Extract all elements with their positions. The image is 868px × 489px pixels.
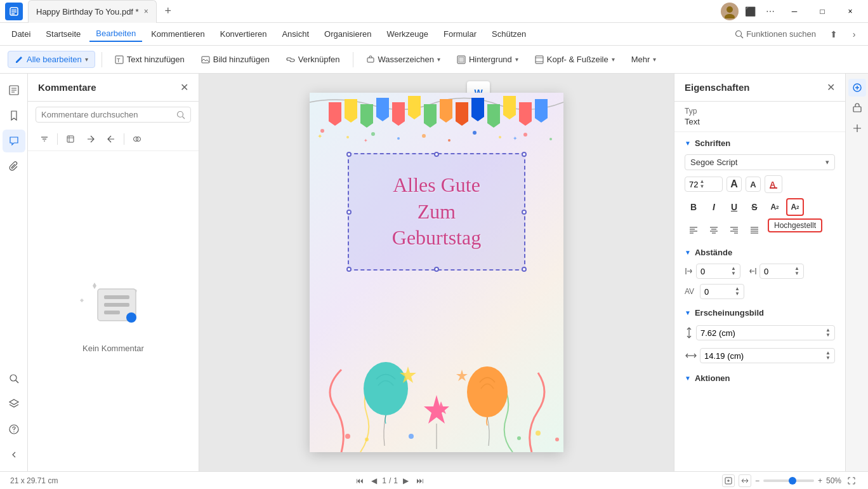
wasserzeichen-button[interactable]: Wasserzeichen ▾ xyxy=(360,51,447,67)
indent-left-spinner[interactable]: ▲ ▼ xyxy=(731,266,736,276)
menu-konvertieren[interactable]: Konvertieren xyxy=(214,27,273,41)
kopf-fusszeile-button[interactable]: Kopf- & Fußzeile ▾ xyxy=(529,51,621,67)
next-page-button[interactable]: ▶ xyxy=(400,476,411,485)
font-color-button[interactable]: A xyxy=(765,175,782,193)
menu-organisieren[interactable]: Organisieren xyxy=(318,27,378,41)
fonts-section-header[interactable]: ▼ Schriften xyxy=(674,132,845,152)
upload-icon[interactable]: ⬆ xyxy=(825,25,843,43)
comment-search-input[interactable] xyxy=(41,110,173,119)
zoom-thumb[interactable] xyxy=(789,477,796,485)
zoom-slider[interactable] xyxy=(763,479,814,482)
superscript-button[interactable]: A2 xyxy=(766,198,784,216)
comment-search-bar[interactable] xyxy=(36,107,191,123)
far-right-btn-3[interactable] xyxy=(848,119,866,137)
function-search[interactable]: Funktionen suchen xyxy=(728,27,822,41)
av-input[interactable]: 0 ▲ ▼ xyxy=(700,284,744,299)
spacing-section-header[interactable]: ▼ Abstände xyxy=(674,241,845,261)
underline-button[interactable]: U xyxy=(725,198,743,216)
bild-hinzufuegen-button[interactable]: Bild hinzufügen xyxy=(195,51,276,67)
font-size-spinner[interactable]: ▲ ▼ xyxy=(699,179,704,189)
filter-btn-3[interactable] xyxy=(102,130,120,148)
font-size-increase-button[interactable]: A xyxy=(727,177,742,192)
menu-ansicht[interactable]: Ansicht xyxy=(275,27,315,41)
new-tab-button[interactable]: + xyxy=(159,3,177,20)
menu-kommentieren[interactable]: Kommentieren xyxy=(145,27,211,41)
three-dots-menu[interactable]: ⋯ xyxy=(761,3,779,20)
svg-point-60 xyxy=(473,131,477,135)
far-right-btn-1[interactable] xyxy=(848,79,866,97)
menu-bearbeiten[interactable]: Bearbeiten xyxy=(89,26,142,42)
appearance-section-header[interactable]: ▼ Erscheinungsbild xyxy=(674,302,845,321)
bold-button[interactable]: B xyxy=(685,198,702,216)
sidebar-help-icon[interactable] xyxy=(3,418,25,441)
far-right-btn-2[interactable] xyxy=(848,99,866,117)
panel-close-button[interactable]: ✕ xyxy=(180,81,188,93)
sidebar-thumbnail-icon[interactable] xyxy=(3,79,25,102)
actions-section-header[interactable]: ▼ Aktionen xyxy=(674,367,845,387)
italic-button[interactable]: I xyxy=(705,198,723,216)
text-hinzufuegen-button[interactable]: T Text hinzufügen xyxy=(109,51,191,67)
filter-btn-2[interactable] xyxy=(82,130,100,148)
width-spinner[interactable]: ▲ ▼ xyxy=(825,351,831,361)
sidebar-layers-icon[interactable] xyxy=(3,392,25,415)
align-right-button[interactable] xyxy=(725,221,743,239)
strikethrough-button[interactable]: S xyxy=(746,198,763,216)
filter-sort-icon[interactable] xyxy=(36,130,53,148)
font-size-down[interactable]: ▼ xyxy=(699,184,704,189)
sidebar-search-icon[interactable] xyxy=(3,367,25,390)
prev-page-button[interactable]: ◀ xyxy=(369,476,379,485)
menu-schuetzen[interactable]: Schützen xyxy=(485,27,532,41)
menu-werkzeuge[interactable]: Werkzeuge xyxy=(381,27,435,41)
hintergrund-button[interactable]: Hintergrund ▾ xyxy=(450,51,525,67)
fullscreen-button[interactable] xyxy=(845,474,858,487)
last-page-button[interactable]: ⏭ xyxy=(414,476,426,485)
av-spinner[interactable]: ▲ ▼ xyxy=(735,286,740,297)
verknuepfen-button[interactable]: Verknüpfen xyxy=(280,51,346,67)
menu-datei[interactable]: Datei xyxy=(5,27,37,41)
menu-formular[interactable]: Formular xyxy=(437,27,483,41)
more-menu-icon[interactable]: › xyxy=(845,25,863,43)
sidebar-collapse-icon[interactable] xyxy=(3,443,25,466)
subscript-button[interactable]: A2 xyxy=(786,198,804,216)
align-center-button[interactable] xyxy=(705,221,723,239)
zoom-in-button[interactable]: + xyxy=(818,476,822,485)
restore-button[interactable]: □ xyxy=(810,3,835,20)
align-left-button[interactable] xyxy=(685,221,702,239)
height-spinner[interactable]: ▲ ▼ xyxy=(825,328,831,338)
menu-startseite[interactable]: Startseite xyxy=(39,27,87,41)
active-tab[interactable]: Happy Birthday To You.pdf * × xyxy=(28,0,157,23)
sidebar-bookmark-icon[interactable] xyxy=(3,104,25,127)
user-avatar[interactable] xyxy=(721,3,739,20)
indent-right-input[interactable]: 0 ▲ ▼ xyxy=(760,264,804,279)
minimize-to-tray-button[interactable]: ⬛ xyxy=(741,3,759,20)
close-button[interactable]: × xyxy=(838,3,863,20)
hintergrund-label: Hintergrund xyxy=(469,55,512,64)
canvas-area[interactable]: W xyxy=(199,74,674,471)
text-selection-box[interactable]: Alles GuteZumGeburtstag xyxy=(348,153,525,271)
width-input[interactable]: 14.19 (cm) ▲ ▼ xyxy=(700,348,835,363)
font-size-input[interactable]: 72 ▲ ▼ xyxy=(685,177,723,192)
font-selector[interactable]: Segoe Script ▾ xyxy=(685,154,835,170)
height-input[interactable]: 7.62 (cm) ▲ ▼ xyxy=(696,325,835,340)
fit-width-button[interactable] xyxy=(739,474,751,487)
tab-close-button[interactable]: × xyxy=(144,7,148,16)
properties-close-button[interactable]: ✕ xyxy=(827,81,835,93)
page-dimensions: 21 x 29.71 cm xyxy=(10,476,58,485)
minimize-button[interactable]: ─ xyxy=(782,3,807,20)
font-size-row: 72 ▲ ▼ A A A xyxy=(674,173,845,196)
svg-rect-36 xyxy=(104,295,129,299)
filter-btn-1[interactable] xyxy=(62,130,79,148)
alle-bearbeiten-button[interactable]: Alle bearbeiten ▾ xyxy=(8,51,95,68)
filter-toggle-icon[interactable] xyxy=(128,130,146,148)
indent-right-spinner[interactable]: ▲ ▼ xyxy=(794,266,799,276)
first-page-button[interactable]: ⏮ xyxy=(353,476,366,485)
align-justify-button[interactable] xyxy=(746,221,763,239)
sidebar-attachment-icon[interactable] xyxy=(3,155,25,178)
mehr-button[interactable]: Mehr ▾ xyxy=(625,51,663,67)
sidebar-comments-icon[interactable] xyxy=(3,130,25,152)
fit-page-button[interactable] xyxy=(722,474,735,487)
indent-left-input[interactable]: 0 ▲ ▼ xyxy=(696,264,740,279)
font-size-decrease-button[interactable]: A xyxy=(746,177,761,192)
tab-label: Happy Birthday To You.pdf * xyxy=(36,7,139,17)
zoom-out-button[interactable]: − xyxy=(755,476,760,485)
